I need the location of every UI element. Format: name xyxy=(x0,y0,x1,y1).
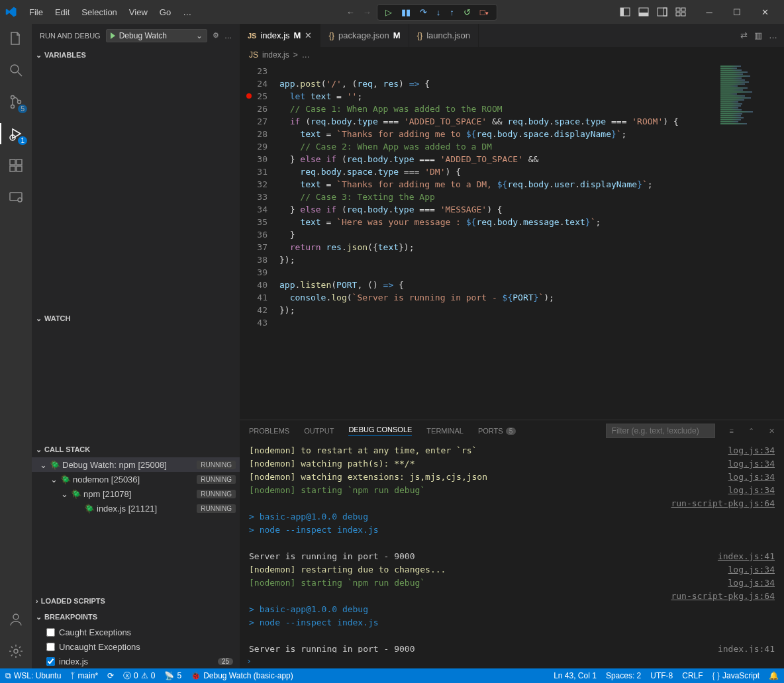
console-source-link[interactable]: log.js:34 xyxy=(728,484,775,497)
layout-customize-icon[interactable] xyxy=(675,7,686,17)
bp-caught[interactable]: Caught Exceptions xyxy=(32,625,240,639)
panel-maximize-icon[interactable]: ⌃ xyxy=(748,427,754,435)
menu-file[interactable]: File xyxy=(24,5,48,20)
callstack-row[interactable]: 🪲index.js [21121]RUNNING xyxy=(32,501,240,516)
ab-explorer-icon[interactable] xyxy=(7,29,25,48)
console-filter-input[interactable] xyxy=(606,424,715,438)
status-sync[interactable]: ⟳ xyxy=(107,671,114,680)
svg-rect-19 xyxy=(17,159,22,165)
section-breakpoints[interactable]: ⌄ BREAKPOINTS xyxy=(32,609,240,625)
close-icon[interactable]: ✕ xyxy=(305,30,312,40)
editor-gutter[interactable]: 2324252627282930313233343536373839404142… xyxy=(240,63,279,420)
menu-more[interactable]: … xyxy=(177,5,197,20)
window-minimize-icon[interactable]: ─ xyxy=(695,2,723,22)
menu-view[interactable]: View xyxy=(124,5,153,20)
ab-debug-icon[interactable]: 1 xyxy=(7,124,25,143)
ptab-debugconsole[interactable]: DEBUG CONSOLE xyxy=(348,426,412,436)
console-source-link[interactable]: run-script-pkg.js:64 xyxy=(671,497,775,510)
ptab-ports[interactable]: PORTS xyxy=(478,427,503,435)
ab-account-icon[interactable] xyxy=(7,610,25,629)
js-file-icon: JS xyxy=(248,32,256,40)
layout-sidebar-left-icon[interactable] xyxy=(620,7,630,17)
debug-badge: 1 xyxy=(18,136,27,145)
status-remote[interactable]: ⧉WSL: Ubuntu xyxy=(5,671,61,680)
menu-edit[interactable]: Edit xyxy=(50,5,75,20)
status-ln[interactable]: Ln 43, Col 1 xyxy=(554,671,597,680)
console-line: [nodemon] to restart at any time, enter … xyxy=(249,444,775,457)
debug-pause-icon[interactable]: ▮▮ xyxy=(401,7,411,17)
svg-point-21 xyxy=(18,198,22,202)
bp-caught-checkbox[interactable] xyxy=(46,628,55,637)
status-eol[interactable]: CRLF xyxy=(682,671,703,680)
status-branch[interactable]: ᛘmain* xyxy=(70,671,98,680)
layout-panel-icon[interactable] xyxy=(638,7,649,17)
ab-remote-icon[interactable] xyxy=(7,188,25,206)
debug-config-select[interactable]: Debug Watch ⌄ xyxy=(106,29,207,42)
console-source-link[interactable]: log.js:34 xyxy=(728,457,775,471)
tab-split-icon[interactable]: ▥ xyxy=(754,30,762,40)
nav-back-icon[interactable]: ← xyxy=(346,7,355,17)
bp-file[interactable]: index.js 25 xyxy=(32,654,240,668)
section-watch[interactable]: ⌄ WATCH xyxy=(32,310,240,326)
tab-compare-icon[interactable]: ⇄ xyxy=(740,30,748,40)
modified-indicator: M xyxy=(294,30,301,40)
debug-continue-icon[interactable]: ▷ xyxy=(385,7,392,17)
section-callstack[interactable]: ⌄ CALL STACK xyxy=(32,441,240,457)
svg-rect-6 xyxy=(676,8,680,11)
port-icon: 📡 xyxy=(164,671,174,680)
status-spaces[interactable]: Spaces: 2 xyxy=(606,671,641,680)
console-source-link[interactable]: log.js:34 xyxy=(728,471,775,484)
debug-restart-icon[interactable]: ↺ xyxy=(464,7,471,17)
console-source-link[interactable]: log.js:34 xyxy=(728,444,775,457)
callstack-row[interactable]: ⌄🪲npm [21078]RUNNING xyxy=(32,486,240,501)
callstack-row[interactable]: ⌄🪲nodemon [25036]RUNNING xyxy=(32,472,240,486)
console-source-link[interactable]: log.js:34 xyxy=(728,576,775,590)
debug-stepover-icon[interactable]: ↷ xyxy=(420,7,427,17)
console-prompt[interactable]: › xyxy=(240,653,784,668)
section-variables[interactable]: ⌄ VARIABLES xyxy=(32,47,240,63)
menu-go[interactable]: Go xyxy=(154,5,176,20)
console-reorder-icon[interactable]: ≡ xyxy=(730,427,734,435)
status-port[interactable]: 📡5 xyxy=(164,671,181,680)
window-close-icon[interactable]: ✕ xyxy=(751,2,779,22)
tab-launch-json[interactable]: {}launch.json xyxy=(409,24,479,47)
status-errors[interactable]: ⓧ0 ⚠0 xyxy=(123,670,155,682)
section-loadedscripts[interactable]: › LOADED SCRIPTS xyxy=(32,593,240,609)
bp-uncaught-checkbox[interactable] xyxy=(46,643,55,651)
more-icon[interactable]: … xyxy=(224,32,232,40)
layout-sidebar-right-icon[interactable] xyxy=(657,7,667,17)
ptab-output[interactable]: OUTPUT xyxy=(304,427,334,435)
status-debug[interactable]: 🐞Debug Watch (basic-app) xyxy=(191,671,293,680)
debug-stepinto-icon[interactable]: ↓ xyxy=(436,7,441,17)
status-enc[interactable]: UTF-8 xyxy=(650,671,673,680)
console-source-link[interactable]: run-script-pkg.js:64 xyxy=(671,590,775,603)
minimap[interactable] xyxy=(718,63,784,420)
tab-index-js[interactable]: JSindex.jsM✕ xyxy=(240,24,320,47)
menu-selection[interactable]: Selection xyxy=(76,5,122,20)
panel-close-icon[interactable]: ✕ xyxy=(769,427,775,435)
bp-uncaught[interactable]: Uncaught Exceptions xyxy=(32,639,240,654)
console-source-link[interactable]: index.js:41 xyxy=(718,550,775,563)
ptab-terminal[interactable]: TERMINAL xyxy=(426,427,464,435)
ptab-problems[interactable]: PROBLEMS xyxy=(249,427,289,435)
nav-fwd-icon[interactable]: → xyxy=(363,7,371,17)
tab-package-json[interactable]: {}package.jsonM xyxy=(320,24,409,47)
ab-settings-icon[interactable] xyxy=(7,642,25,660)
debug-stop-icon[interactable]: □▾ xyxy=(480,7,489,17)
bp-file-checkbox[interactable] xyxy=(46,657,55,666)
breadcrumbs[interactable]: JS index.js > … xyxy=(240,47,784,63)
ab-search-icon[interactable] xyxy=(7,61,25,79)
debug-stepout-icon[interactable]: ↑ xyxy=(450,7,454,17)
console-source-link[interactable]: log.js:34 xyxy=(728,563,775,576)
status-lang[interactable]: { } JavaScript xyxy=(712,671,760,680)
window-maximize-icon[interactable]: ☐ xyxy=(723,2,751,22)
status-notifications-icon[interactable]: 🔔 xyxy=(769,671,779,680)
gear-icon[interactable]: ⚙ xyxy=(213,31,219,40)
running-badge: RUNNING xyxy=(197,490,236,498)
editor-code[interactable]: app.post('/', (req, res) => { let text =… xyxy=(279,63,718,420)
ab-extensions-icon[interactable] xyxy=(7,156,25,175)
tab-more-icon[interactable]: … xyxy=(769,30,777,40)
ab-scm-icon[interactable]: 5 xyxy=(7,93,25,111)
console-source-link[interactable]: index.js:41 xyxy=(718,643,775,653)
callstack-row[interactable]: ⌄🪲Debug Watch: npm [25008]RUNNING xyxy=(32,457,240,472)
